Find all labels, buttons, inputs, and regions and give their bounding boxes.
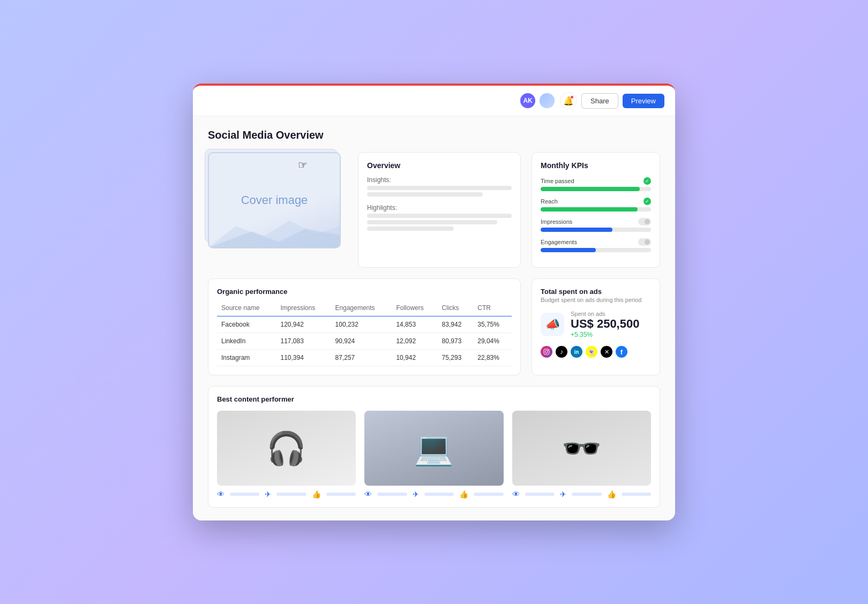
megaphone-icon: 📣 — [541, 313, 564, 336]
svg-point-2 — [548, 350, 549, 351]
best-img-sunglasses: 🕶️ — [512, 411, 651, 486]
kpi-reach-bar — [541, 207, 651, 212]
avatar-group: AK 👤 — [519, 92, 556, 109]
preview-button[interactable]: Preview — [623, 94, 664, 108]
svg-point-1 — [545, 351, 548, 353]
cell-clicks: 80,973 — [438, 333, 474, 350]
cell-source: Facebook — [217, 316, 276, 333]
highlights-line-1 — [367, 214, 512, 218]
stat-line-3b — [572, 493, 601, 496]
best-stats-2: 👁 ✈ 👍 — [364, 490, 503, 499]
best-item-laptop: 💻 👁 ✈ 👍 — [364, 411, 503, 499]
kpi-engagements-label: Engagements — [541, 238, 651, 246]
kpi-impressions-bar — [541, 228, 651, 232]
cell-followers: 10,942 — [392, 350, 437, 366]
cell-impressions: 117,083 — [276, 333, 331, 350]
cell-engagements: 87,257 — [331, 350, 392, 366]
overview-title: Overview — [367, 161, 512, 170]
kpi-time-passed: Time passed ✓ — [541, 177, 651, 191]
eye-icon-2: 👁 — [364, 490, 372, 499]
like-stat-3: 👍 — [607, 490, 616, 499]
cover-main: ☞ Cover image — [208, 152, 341, 248]
like-stat-2: 👍 — [459, 490, 468, 499]
spent-delta: +5.35% — [571, 331, 639, 338]
eye-icon: 👁 — [217, 490, 225, 499]
spent-value: US$ 250,500 — [571, 317, 639, 331]
insights-line-1 — [367, 186, 512, 190]
organic-panel: Organic performance Source name Impressi… — [208, 278, 521, 375]
kpi-panel: Monthly KPIs Time passed ✓ Reach ✓ — [532, 152, 660, 268]
best-item-headphones: 🎧 👁 ✈ 👍 — [217, 411, 356, 499]
kpi-impressions-label: Impressions — [541, 218, 651, 225]
views-stat-3: 👁 — [512, 490, 520, 499]
kpi-reach-check-icon: ✓ — [643, 198, 651, 205]
spent-panel: Total spent on ads Budget spent on ads d… — [532, 278, 660, 375]
cell-followers: 12,092 — [392, 333, 437, 350]
notification-button[interactable]: 🔔 — [560, 92, 577, 109]
cell-impressions: 120,942 — [276, 316, 331, 333]
kpi-time-fill — [541, 187, 640, 191]
organic-table: Source name Impressions Engagements Foll… — [217, 302, 512, 366]
avatar-ak: AK — [519, 92, 536, 109]
stat-line-1b — [276, 493, 306, 496]
cell-followers: 14,853 — [392, 316, 437, 333]
facebook-icon: f — [616, 346, 627, 358]
notification-dot — [570, 95, 574, 99]
col-source: Source name — [217, 302, 276, 316]
spent-label: Spent on ads — [571, 311, 639, 317]
col-impressions: Impressions — [276, 302, 331, 316]
stat-line-1a — [230, 493, 259, 496]
best-stats-3: 👁 ✈ 👍 — [512, 490, 651, 499]
share-stat-1: ✈ — [265, 490, 271, 499]
middle-section: Organic performance Source name Impressi… — [208, 278, 660, 375]
best-item-sunglasses: 🕶️ 👁 ✈ 👍 — [512, 411, 651, 499]
cell-engagements: 100,232 — [331, 316, 392, 333]
insights-section: Insights: — [367, 176, 512, 197]
best-img-headphones: 🎧 — [217, 411, 356, 486]
views-stat-2: 👁 — [364, 490, 372, 499]
cursor-icon: ☞ — [298, 158, 308, 171]
cell-impressions: 110,394 — [276, 350, 331, 366]
share-stat-3: ✈ — [560, 490, 566, 499]
kpi-engagements-bar — [541, 248, 651, 252]
kpi-engagements-toggle — [638, 238, 651, 246]
table-row: Instagram 110,394 87,257 10,942 75,293 2… — [217, 350, 512, 366]
eye-icon-3: 👁 — [512, 490, 520, 499]
stat-line-3c — [622, 493, 651, 496]
share-icon: ✈ — [265, 490, 271, 499]
kpi-impressions-toggle — [638, 218, 651, 225]
highlights-line-3 — [367, 227, 454, 231]
insights-label: Insights: — [367, 176, 512, 184]
spent-subtitle: Budget spent on ads during this period — [541, 297, 651, 303]
cell-clicks: 75,293 — [438, 350, 474, 366]
social-icons: ♪ in 👻 ✕ f — [541, 346, 651, 358]
overview-panel: Overview Insights: Highlights: — [358, 152, 521, 268]
snapchat-icon: 👻 — [586, 346, 597, 358]
kpi-impressions: Impressions — [541, 218, 651, 232]
cell-ctr: 29,04% — [473, 333, 512, 350]
share-icon-3: ✈ — [560, 490, 566, 499]
best-img-laptop: 💻 — [364, 411, 503, 486]
best-content-section: Best content performer 🎧 👁 ✈ — [208, 386, 660, 508]
table-header-row: Source name Impressions Engagements Foll… — [217, 302, 512, 316]
kpi-time-label: Time passed ✓ — [541, 177, 651, 185]
kpi-reach: Reach ✓ — [541, 198, 651, 212]
stat-line-3a — [525, 493, 555, 496]
kpi-engagements-fill — [541, 248, 596, 252]
app-window: AK 👤 🔔 Share Preview Social Media Overvi… — [193, 84, 675, 520]
tiktok-icon: ♪ — [556, 346, 567, 358]
insights-line-2 — [367, 192, 483, 197]
best-stats-1: 👁 ✈ 👍 — [217, 490, 356, 499]
top-section: ☞ Cover image Overview Insights: Highlig… — [208, 152, 660, 268]
spent-title: Total spent on ads — [541, 288, 651, 296]
stat-line-1c — [326, 493, 356, 496]
kpi-engagements: Engagements — [541, 238, 651, 252]
titlebar-actions: AK 👤 🔔 Share Preview — [519, 92, 664, 109]
cover-card[interactable]: ☞ Cover image — [208, 152, 347, 268]
table-row: Facebook 120,942 100,232 14,853 83,942 3… — [217, 316, 512, 333]
stat-line-2b — [424, 493, 454, 496]
share-button[interactable]: Share — [581, 93, 618, 109]
twitter-icon: ✕ — [601, 346, 612, 358]
col-followers: Followers — [392, 302, 437, 316]
stat-line-2c — [474, 493, 503, 496]
